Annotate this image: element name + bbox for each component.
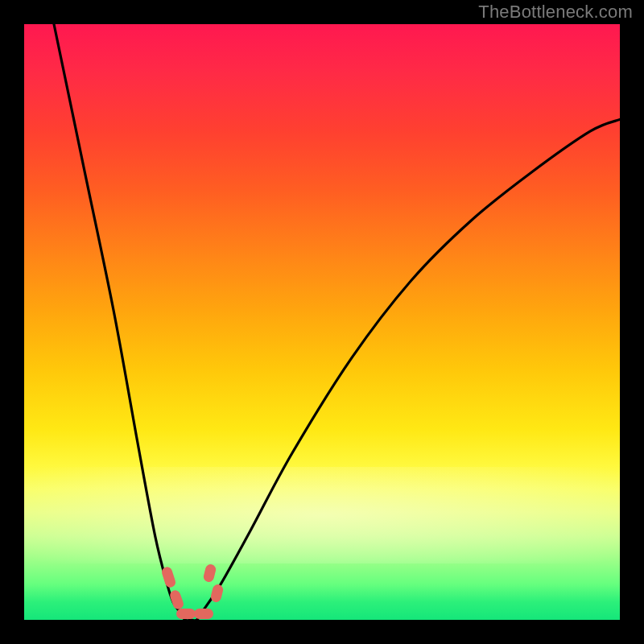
figure-frame: TheBottleneck.com	[0, 0, 644, 644]
bottleneck-curve	[54, 24, 620, 620]
watermark-text: TheBottleneck.com	[478, 2, 633, 23]
bottom-marker-2	[194, 609, 213, 619]
bottom-marker-1	[176, 609, 196, 619]
curve-layer	[24, 24, 620, 620]
plot-area	[24, 24, 620, 620]
